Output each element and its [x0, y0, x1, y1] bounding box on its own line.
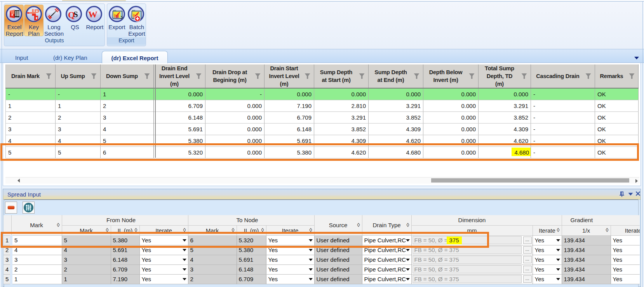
svg-text:x: x	[11, 13, 13, 17]
svg-text:S: S	[73, 10, 78, 19]
svg-text:W: W	[88, 9, 97, 19]
